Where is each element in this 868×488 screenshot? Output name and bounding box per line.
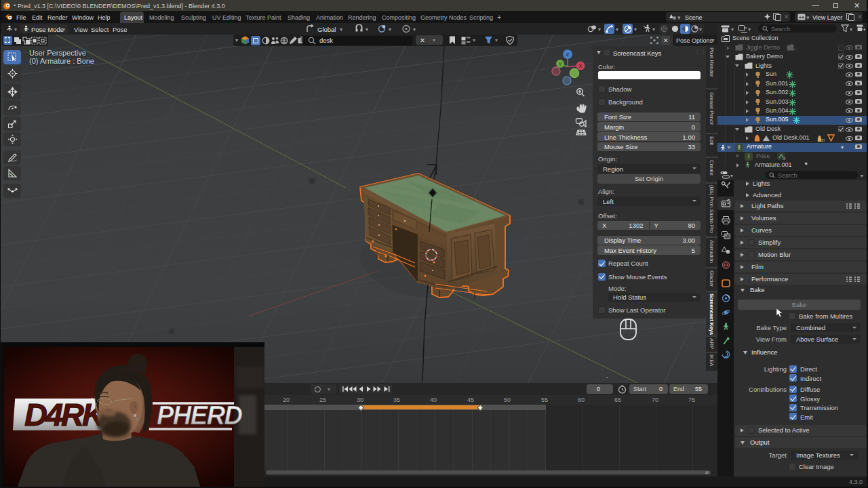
svg-text:Y: Y	[558, 61, 561, 67]
svg-text:PHERD: PHERD	[157, 401, 243, 430]
svg-text:4: 4	[793, 47, 796, 51]
svg-text:X: X	[578, 63, 582, 69]
svg-text:D4RK: D4RK	[24, 396, 107, 432]
svg-text:37: 37	[821, 138, 825, 142]
svg-text:8: 8	[783, 157, 786, 161]
svg-text:Z: Z	[566, 52, 570, 58]
